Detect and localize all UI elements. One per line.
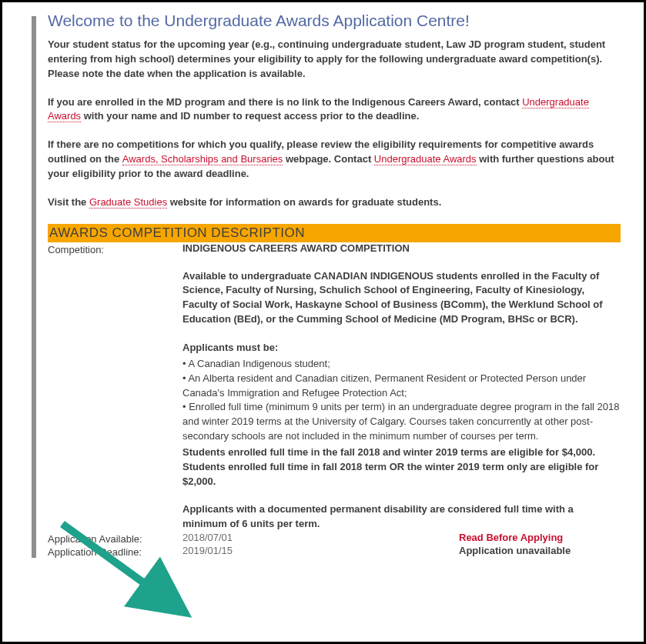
intro-block: Your student status for the upcoming yea… [48,38,621,210]
read-before-applying-link[interactable]: Read Before Applying [459,532,563,543]
section-banner: AWARDS COMPETITION DESCRIPTION [48,224,621,242]
criteria-list: A Canadian Indigenous student; An Albert… [182,357,621,444]
criteria-item: A Canadian Indigenous student; [182,357,621,372]
competition-label: Competition: [48,242,182,255]
intro-status-paragraph: Your student status for the upcoming yea… [48,38,621,82]
amounts-paragraph: Students enrolled full time in the fall … [182,445,621,489]
intro-grad-paragraph: Visit the Graduate Studies website for i… [48,195,621,210]
page-title: Welcome to the Undergraduate Awards Appl… [48,12,621,30]
content-column: Welcome to the Undergraduate Awards Appl… [32,16,621,558]
mustbe-label: Applicants must be: [182,341,621,355]
application-status: Application unavailable [459,545,621,558]
disability-note: Applicants with a documented permanent d… [182,502,621,532]
page-frame: Welcome to the Undergraduate Awards Appl… [0,0,646,644]
competition-description: Available to undergraduate CANADIAN INDI… [182,269,621,532]
criteria-item: Enrolled full time (minimum 9 units per … [182,400,621,444]
eligibility-intro: Available to undergraduate CANADIAN INDI… [182,269,621,327]
awards-scholarships-link[interactable]: Awards, Scholarships and Bursaries [122,153,283,165]
graduate-studies-link[interactable]: Graduate Studies [89,196,167,209]
intro-noqual-paragraph: If there are no competitions for which y… [48,138,621,182]
criteria-item: An Alberta resident and Canadian citizen… [182,372,621,401]
application-available-date: 2018/07/01 [182,532,459,545]
intro-md-paragraph: If you are enrolled in the MD program an… [48,95,621,125]
application-deadline-date: 2019/01/15 [182,545,459,558]
application-deadline-label: Application Deadline: [48,545,182,558]
competition-grid: Competition: INDIGENOUS CAREERS AWARD CO… [48,242,621,559]
competition-name: INDIGENOUS CAREERS AWARD COMPETITION [182,242,621,255]
undergraduate-awards-link-2[interactable]: Undergraduate Awards [374,153,477,165]
application-available-label: Application Available: [48,532,182,545]
